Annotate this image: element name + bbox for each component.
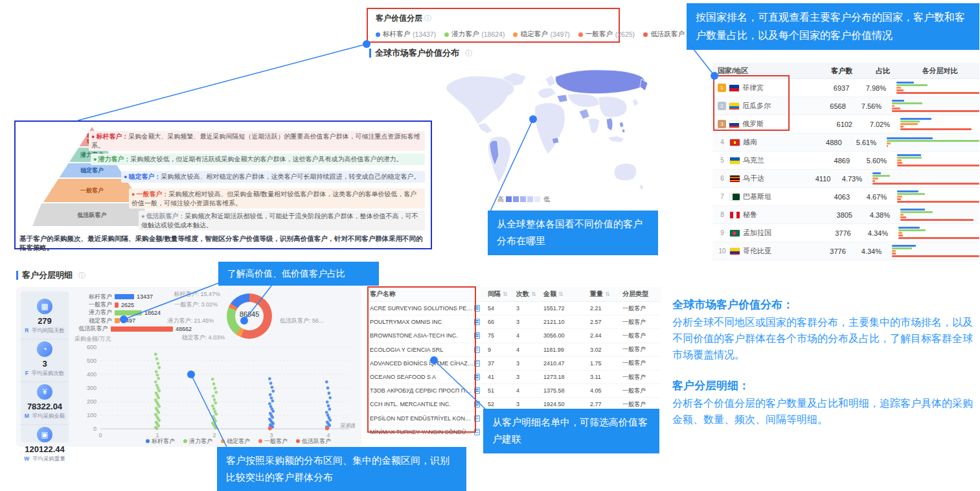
tier-bar-chart[interactable]: 标杆客户13437一般客户2625潜力客户18624稳定客户3497低活跃客户4…: [78, 293, 192, 333]
mini-bar: [872, 172, 881, 174]
scatter-point[interactable]: [328, 418, 332, 422]
scatter-point[interactable]: [154, 380, 157, 383]
scatter-point[interactable]: [155, 383, 159, 387]
scatter-point[interactable]: [328, 392, 331, 395]
scatter-point[interactable]: [271, 400, 274, 403]
country-table-row[interactable]: 8秘鲁38054.38%: [712, 206, 979, 224]
scatter-legend-item[interactable]: 一般客户: [258, 437, 288, 446]
scatter-point[interactable]: [270, 396, 273, 400]
scatter-point[interactable]: [271, 389, 275, 393]
customer-table-row[interactable]: ACRE SURVEYING SOLUTIONS PERU S A C AC54…: [366, 302, 661, 315]
customer-table-row[interactable]: ECOLOGIA Y CIENCIA SRL941181.993.02一般客户: [366, 343, 661, 357]
info-icon[interactable]: ⓘ: [424, 14, 431, 22]
scatter-point[interactable]: [214, 420, 217, 423]
scatter-point[interactable]: [214, 387, 217, 390]
company-icon[interactable]: [474, 360, 480, 367]
company-icon[interactable]: [474, 374, 480, 380]
country-count: 4869: [813, 157, 850, 165]
company-icon[interactable]: [474, 401, 480, 407]
scatter-point[interactable]: [155, 427, 159, 430]
scatter-legend-item[interactable]: 稳定客户: [221, 437, 250, 446]
scatter-point[interactable]: [271, 416, 274, 419]
country-table-row[interactable]: 4越南48805.61%: [712, 133, 979, 152]
scatter-point[interactable]: [157, 377, 160, 380]
scatter-point[interactable]: [155, 357, 159, 360]
scatter-point[interactable]: [326, 400, 329, 404]
scatter-point[interactable]: [157, 419, 161, 422]
weight-cell: 3.02: [586, 347, 619, 353]
scatter-point[interactable]: [269, 382, 273, 385]
scatter-point[interactable]: [212, 394, 215, 398]
value-segment-legend-item[interactable]: 一般客户(2625): [578, 30, 635, 39]
scatter-point[interactable]: [157, 362, 160, 365]
scatter-point[interactable]: [157, 387, 160, 390]
scatter-point[interactable]: [325, 380, 328, 383]
scatter-point[interactable]: [325, 411, 328, 414]
scatter-point[interactable]: [157, 389, 161, 393]
company-icon[interactable]: [474, 305, 480, 312]
country-table-row[interactable]: 9孟加拉国37764.34%: [712, 224, 979, 242]
country-table-row[interactable]: 3俄罗斯61027.02%: [712, 115, 979, 133]
country-table-row[interactable]: 10哥伦比亚37764.34%: [712, 242, 979, 260]
company-icon[interactable]: [474, 347, 480, 353]
company-icon[interactable]: [474, 387, 480, 394]
scatter-point[interactable]: [154, 353, 157, 356]
company-icon[interactable]: [474, 415, 480, 422]
scatter-legend-item[interactable]: 标杆客户: [146, 437, 175, 446]
scatter-point[interactable]: [157, 411, 160, 414]
amount-frequency-scatter[interactable]: 600500400300200100001234采购频次: [65, 342, 355, 442]
scatter-legend-item[interactable]: 潜力客户: [183, 437, 212, 446]
country-table-row[interactable]: 5乌克兰48695.60%: [712, 152, 979, 170]
scatter-point[interactable]: [268, 428, 271, 431]
scatter-point[interactable]: [214, 413, 218, 416]
scatter-point[interactable]: [269, 393, 272, 396]
scatter-point[interactable]: [268, 402, 271, 405]
customer-table-row[interactable]: POULTRYMAX OMNIS INC6632121.102.57一般客户: [366, 315, 661, 329]
customer-name: ACRE SURVEYING SOLUTIONS PERU S A C AC: [370, 305, 474, 312]
info-icon[interactable]: ⓘ: [78, 271, 85, 280]
scatter-point[interactable]: [157, 424, 160, 428]
country-table-row[interactable]: 2厄瓜多尔65687.56%: [712, 97, 979, 115]
scatter-point[interactable]: [271, 410, 275, 413]
scatter-point[interactable]: [328, 407, 331, 411]
scatter-point[interactable]: [157, 366, 161, 369]
scatter-point[interactable]: [157, 396, 160, 400]
sort-icon[interactable]: ⇅: [605, 291, 610, 297]
company-icon[interactable]: [474, 429, 480, 435]
scatter-point[interactable]: [328, 396, 332, 400]
stat-letter: F: [25, 370, 28, 376]
customer-table-row[interactable]: OCEANO SEAFOOD S A4131273.183.11一般客户: [366, 371, 661, 384]
customer-table-row[interactable]: ADVANCED BİONİCS İŞİTME CİHAZLARI TİCARE…: [366, 357, 661, 371]
value-segment-legend-item[interactable]: 稳定客户(3497): [513, 30, 569, 39]
scatter-point[interactable]: [214, 427, 218, 430]
scatter-point[interactable]: [157, 405, 161, 408]
company-icon[interactable]: [474, 332, 480, 339]
scatter-point[interactable]: [211, 378, 214, 381]
company-icon[interactable]: [474, 319, 480, 325]
scatter-point[interactable]: [268, 377, 271, 380]
scatter-point[interactable]: [326, 387, 330, 390]
country-table-row[interactable]: 6乌干达41104.73%: [712, 170, 979, 188]
scatter-point[interactable]: [155, 370, 158, 373]
customer-table-row[interactable]: BROWNSTONE ASIA-TECH INC.7543056.002.44一…: [366, 329, 661, 343]
scatter-point[interactable]: [214, 391, 218, 394]
scatter-point[interactable]: [214, 402, 217, 405]
scatter-point[interactable]: [156, 374, 159, 377]
scatter-point[interactable]: [211, 404, 214, 407]
customer-table-row[interactable]: ТЗОВ АКРОБУД СЕРВІС ПРОСП ПЕРЕМОГИ 91514…: [366, 384, 661, 398]
country-table-row[interactable]: 7巴基斯坦40634.67%: [712, 188, 979, 206]
country-table-row[interactable]: 1菲律宾69377.98%: [712, 79, 979, 97]
value-segment-legend-item[interactable]: 潜力客户(18624): [444, 30, 505, 39]
scatter-legend-item[interactable]: 低活跃客户: [296, 437, 331, 446]
sort-icon[interactable]: ⇅: [503, 291, 508, 297]
scatter-point[interactable]: [325, 428, 328, 431]
scatter-point[interactable]: [327, 404, 330, 407]
sort-icon[interactable]: ⇅: [531, 291, 536, 297]
value-segment-legend-item[interactable]: 标杆客户(13437): [376, 30, 436, 39]
info-icon[interactable]: ⓘ: [465, 49, 472, 58]
scatter-point[interactable]: [271, 386, 274, 389]
scatter-point[interactable]: [213, 398, 216, 402]
scatter-point[interactable]: [212, 382, 216, 385]
sort-icon[interactable]: ⇅: [558, 291, 564, 297]
scatter-point[interactable]: [212, 407, 216, 411]
